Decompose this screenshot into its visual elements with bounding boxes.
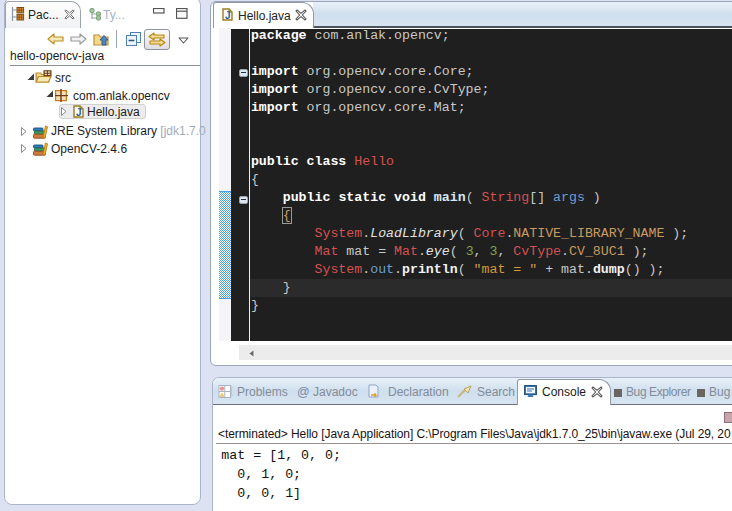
svg-text:J: J (225, 10, 231, 21)
svg-text:J: J (76, 107, 82, 118)
